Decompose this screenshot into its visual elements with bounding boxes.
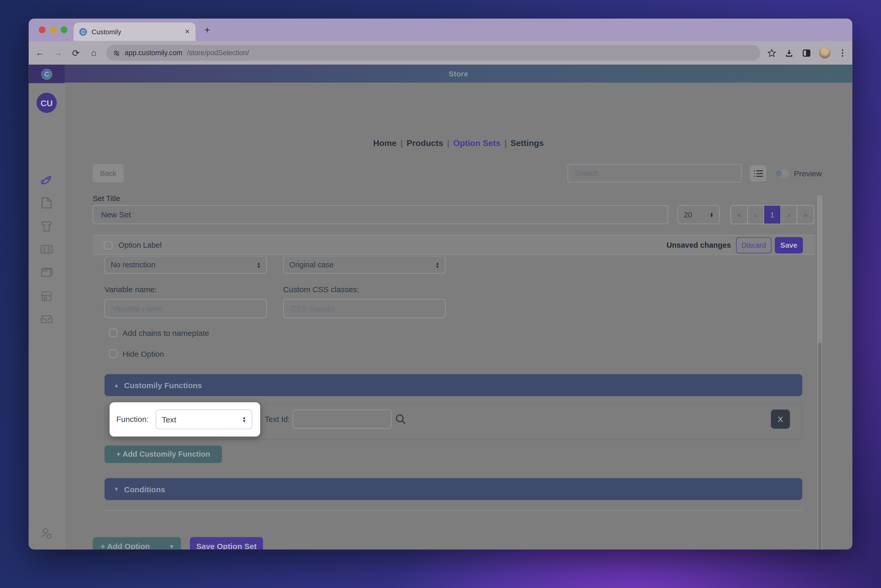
download-icon[interactable]	[785, 48, 794, 58]
add-option-caret-icon[interactable]: ▾	[170, 543, 173, 549]
nav-products[interactable]: Products	[407, 138, 443, 148]
browser-toolbar: ← → ⟳ ⌂ app.customily.com/store/podSelec…	[29, 41, 852, 64]
pagination-page-1[interactable]: 1	[764, 206, 781, 224]
back-button[interactable]: Back	[93, 164, 123, 183]
collapse-down-icon: ▼	[114, 486, 119, 492]
nav-separator: |	[396, 138, 407, 148]
side-panel-icon[interactable]	[802, 48, 811, 58]
restriction-select[interactable]: No restriction ▲▼	[105, 256, 267, 274]
nav-settings[interactable]: Settings	[510, 138, 544, 148]
sidebar-item-templates-monitor-icon[interactable]	[39, 243, 54, 257]
app-sidebar: CU	[29, 64, 65, 549]
desktop-background: C Customily ✕ + ← → ⟳ ⌂ app.customily.co…	[0, 0, 881, 588]
option-header-row: Option Label Unsaved changes Discard Sav…	[93, 235, 815, 255]
app-logo-tile: C	[29, 64, 65, 83]
browser-forward-icon[interactable]: →	[52, 48, 63, 58]
conditions-title: Conditions	[124, 484, 165, 494]
tune-icon	[113, 49, 120, 57]
sidebar-item-files-icon[interactable]	[39, 195, 54, 210]
text-id-input[interactable]	[293, 410, 392, 429]
text-id-label: Text Id:	[265, 415, 290, 423]
option-label-checkbox[interactable]	[104, 241, 112, 249]
tab-title: Customily	[92, 28, 180, 36]
browser-menu-icon[interactable]: ⋮	[838, 48, 847, 58]
page-size-select[interactable]: 20 ▲▼	[677, 205, 720, 224]
add-chains-row: Add chains to nameplate	[109, 329, 209, 338]
browser-tab[interactable]: C Customily ✕	[74, 22, 195, 41]
sidebar-item-catalog-icon[interactable]	[39, 265, 54, 280]
customily-favicon: C	[79, 28, 87, 36]
add-chains-label: Add chains to nameplate	[122, 329, 209, 338]
sidebar-item-account-settings-icon[interactable]	[39, 526, 54, 541]
css-classes-label: Custom CSS classes:	[283, 285, 359, 294]
customily-logo-icon: C	[41, 68, 52, 80]
variable-name-label: Variable name:	[105, 285, 157, 294]
function-label: Function:	[116, 415, 149, 423]
close-window-button[interactable]	[39, 26, 45, 33]
function-value: Text	[162, 415, 176, 424]
url-host: app.customily.com	[125, 49, 182, 57]
browser-back-icon[interactable]: ←	[34, 48, 45, 58]
remove-function-button[interactable]: X	[771, 410, 790, 429]
search-text-icon[interactable]	[395, 413, 407, 425]
toggle-knob	[775, 170, 782, 177]
sidebar-item-launch-rocket-icon[interactable]	[39, 172, 54, 187]
search-input[interactable]	[567, 164, 741, 183]
pagination-prev[interactable]: ‹	[747, 206, 764, 224]
hide-option-checkbox[interactable]	[109, 350, 117, 358]
customily-functions-section-header[interactable]: ▲ Customily Functions	[105, 374, 803, 396]
page-content: CU	[29, 64, 852, 549]
css-classes-input[interactable]	[283, 299, 446, 318]
list-view-button[interactable]	[750, 165, 767, 182]
pagination: « ‹ 1 › »	[730, 205, 814, 224]
set-title-label: Set Title	[93, 194, 120, 203]
nav-home[interactable]: Home	[373, 138, 396, 148]
profile-avatar[interactable]	[819, 47, 830, 58]
restriction-value: No restriction	[111, 261, 155, 269]
variable-name-input[interactable]	[105, 299, 267, 318]
close-tab-icon[interactable]: ✕	[185, 28, 190, 35]
discard-button[interactable]: Discard	[736, 237, 771, 253]
pagination-last[interactable]: »	[798, 206, 813, 224]
collapse-up-icon: ▲	[114, 382, 119, 388]
text-case-select[interactable]: Original case ▲▼	[283, 256, 446, 274]
browser-window: C Customily ✕ + ← → ⟳ ⌂ app.customily.co…	[29, 19, 852, 549]
tutorial-spotlight: Function: Text ▲▼	[110, 402, 260, 436]
page-size-value: 20	[684, 210, 692, 219]
customily-functions-title: Customily Functions	[124, 381, 202, 390]
sidebar-item-products-shirt-icon[interactable]	[39, 219, 54, 234]
sidebar-item-store-icon[interactable]	[39, 289, 54, 303]
set-title-input[interactable]	[93, 205, 668, 224]
add-option-button[interactable]: + Add Option ▾	[93, 537, 181, 549]
top-navigation: Home|Products|Option Sets|Settings	[65, 138, 852, 148]
url-path: /store/podSelection/	[187, 49, 249, 57]
save-option-set-button[interactable]: Save Option Set	[190, 537, 263, 549]
pagination-first[interactable]: «	[731, 206, 747, 224]
bookmark-star-icon[interactable]	[767, 48, 777, 58]
save-button[interactable]: Save	[775, 237, 803, 253]
add-customily-function-button[interactable]: + Add Customily Function	[105, 446, 222, 463]
option-label-text: Option Label	[119, 241, 161, 249]
function-select[interactable]: Text ▲▼	[156, 410, 252, 429]
browser-home-icon[interactable]: ⌂	[88, 48, 99, 58]
address-bar[interactable]: app.customily.com/store/podSelection/	[106, 45, 760, 61]
browser-reload-icon[interactable]: ⟳	[70, 48, 81, 58]
pagination-next[interactable]: ›	[781, 206, 798, 224]
content-scrollbar[interactable]	[818, 195, 822, 549]
browser-tab-strip: C Customily ✕ +	[29, 19, 852, 41]
conditions-section-header[interactable]: ▼ Conditions	[105, 478, 803, 500]
sidebar-item-inbox-icon[interactable]	[39, 312, 54, 326]
add-chains-checkbox[interactable]	[109, 329, 117, 337]
add-option-label: + Add Option	[101, 542, 150, 549]
minimize-window-button[interactable]	[50, 26, 57, 33]
hide-option-label: Hide Option	[122, 350, 164, 358]
store-header-bar: Store	[65, 64, 852, 82]
account-avatar[interactable]: CU	[37, 93, 57, 113]
nav-separator: |	[500, 138, 510, 148]
nav-option-sets[interactable]: Option Sets	[453, 138, 501, 148]
maximize-window-button[interactable]	[61, 26, 68, 33]
scrollbar-thumb[interactable]	[818, 343, 821, 549]
new-tab-button[interactable]: +	[204, 26, 210, 35]
hide-option-row: Hide Option	[109, 350, 164, 358]
preview-toggle[interactable]	[774, 169, 789, 178]
